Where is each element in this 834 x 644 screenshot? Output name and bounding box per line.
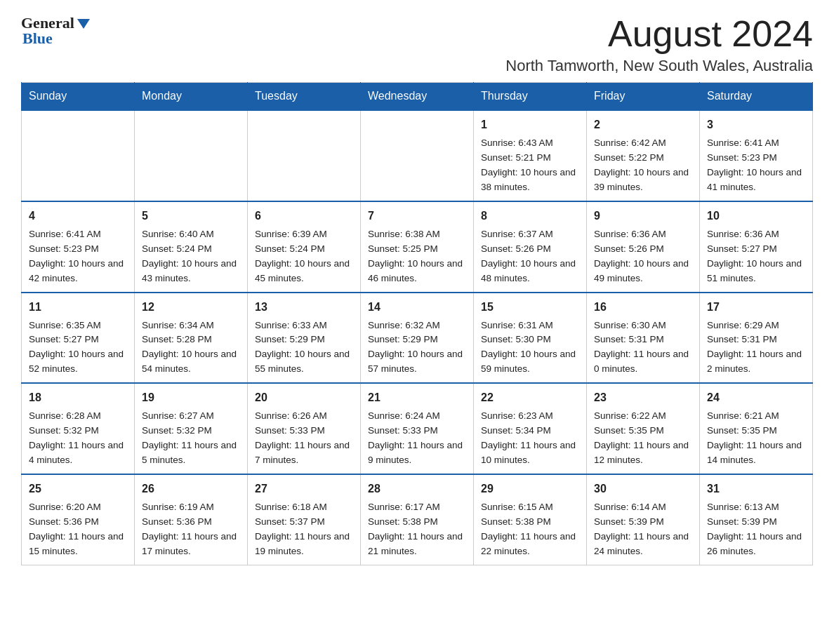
day-number: 21 [368,389,466,406]
calendar-cell [22,110,135,201]
day-info: Sunrise: 6:40 AMSunset: 5:24 PMDaylight:… [142,227,240,286]
day-number: 17 [707,299,805,316]
day-info: Sunrise: 6:36 AMSunset: 5:26 PMDaylight:… [594,227,692,286]
day-info: Sunrise: 6:41 AMSunset: 5:23 PMDaylight:… [707,136,805,195]
calendar-header-thursday: Thursday [474,83,587,111]
calendar-week-row: 11Sunrise: 6:35 AMSunset: 5:27 PMDayligh… [22,293,813,384]
day-number: 16 [594,299,692,316]
calendar-cell: 1Sunrise: 6:43 AMSunset: 5:21 PMDaylight… [474,110,587,201]
day-number: 18 [29,389,127,406]
calendar-cell: 11Sunrise: 6:35 AMSunset: 5:27 PMDayligh… [22,293,135,384]
calendar-cell: 2Sunrise: 6:42 AMSunset: 5:22 PMDaylight… [587,110,700,201]
calendar-cell: 5Sunrise: 6:40 AMSunset: 5:24 PMDaylight… [135,201,248,293]
day-number: 19 [142,389,240,406]
calendar-week-row: 4Sunrise: 6:41 AMSunset: 5:23 PMDaylight… [22,201,813,293]
calendar-cell: 26Sunrise: 6:19 AMSunset: 5:36 PMDayligh… [135,474,248,565]
calendar-cell: 7Sunrise: 6:38 AMSunset: 5:25 PMDaylight… [361,201,474,293]
calendar-header-row: SundayMondayTuesdayWednesdayThursdayFrid… [22,83,813,111]
day-info: Sunrise: 6:39 AMSunset: 5:24 PMDaylight:… [255,227,353,286]
day-number: 7 [368,208,466,224]
calendar-header-tuesday: Tuesday [248,83,361,111]
day-number: 13 [255,299,353,316]
day-info: Sunrise: 6:18 AMSunset: 5:37 PMDaylight:… [255,500,353,559]
day-info: Sunrise: 6:35 AMSunset: 5:27 PMDaylight:… [29,318,127,377]
calendar-cell: 13Sunrise: 6:33 AMSunset: 5:29 PMDayligh… [248,293,361,384]
day-info: Sunrise: 6:13 AMSunset: 5:39 PMDaylight:… [707,500,805,559]
day-number: 8 [481,208,579,224]
location-title: North Tamworth, New South Wales, Austral… [505,57,813,75]
day-info: Sunrise: 6:42 AMSunset: 5:22 PMDaylight:… [594,136,692,195]
calendar-week-row: 25Sunrise: 6:20 AMSunset: 5:36 PMDayligh… [22,474,813,565]
day-number: 28 [368,481,466,497]
calendar-cell: 23Sunrise: 6:22 AMSunset: 5:35 PMDayligh… [587,383,700,474]
day-info: Sunrise: 6:27 AMSunset: 5:32 PMDaylight:… [142,409,240,468]
day-info: Sunrise: 6:23 AMSunset: 5:34 PMDaylight:… [481,409,579,468]
day-info: Sunrise: 6:29 AMSunset: 5:31 PMDaylight:… [707,318,805,377]
day-number: 30 [594,481,692,497]
day-number: 5 [142,208,240,224]
calendar: SundayMondayTuesdayWednesdayThursdayFrid… [21,82,813,565]
calendar-week-row: 18Sunrise: 6:28 AMSunset: 5:32 PMDayligh… [22,383,813,474]
calendar-cell [135,110,248,201]
day-number: 1 [481,116,579,133]
calendar-cell: 31Sunrise: 6:13 AMSunset: 5:39 PMDayligh… [700,474,813,565]
calendar-cell: 10Sunrise: 6:36 AMSunset: 5:27 PMDayligh… [700,201,813,293]
day-number: 25 [29,481,127,497]
day-number: 20 [255,389,353,406]
day-info: Sunrise: 6:38 AMSunset: 5:25 PMDaylight:… [368,227,466,286]
day-info: Sunrise: 6:20 AMSunset: 5:36 PMDaylight:… [29,500,127,559]
month-title: August 2024 [505,14,813,54]
day-number: 11 [29,299,127,316]
calendar-header-saturday: Saturday [700,83,813,111]
day-number: 2 [594,116,692,133]
day-number: 6 [255,208,353,224]
day-info: Sunrise: 6:32 AMSunset: 5:29 PMDaylight:… [368,318,466,377]
calendar-cell: 22Sunrise: 6:23 AMSunset: 5:34 PMDayligh… [474,383,587,474]
calendar-cell: 6Sunrise: 6:39 AMSunset: 5:24 PMDaylight… [248,201,361,293]
calendar-cell: 30Sunrise: 6:14 AMSunset: 5:39 PMDayligh… [587,474,700,565]
day-number: 24 [707,389,805,406]
day-number: 10 [707,208,805,224]
calendar-cell: 21Sunrise: 6:24 AMSunset: 5:33 PMDayligh… [361,383,474,474]
calendar-cell: 27Sunrise: 6:18 AMSunset: 5:37 PMDayligh… [248,474,361,565]
day-info: Sunrise: 6:21 AMSunset: 5:35 PMDaylight:… [707,409,805,468]
logo: General Blue [21,14,90,48]
day-number: 3 [707,116,805,133]
calendar-header-monday: Monday [135,83,248,111]
calendar-cell: 8Sunrise: 6:37 AMSunset: 5:26 PMDaylight… [474,201,587,293]
calendar-cell: 25Sunrise: 6:20 AMSunset: 5:36 PMDayligh… [22,474,135,565]
day-info: Sunrise: 6:26 AMSunset: 5:33 PMDaylight:… [255,409,353,468]
day-info: Sunrise: 6:33 AMSunset: 5:29 PMDaylight:… [255,318,353,377]
day-number: 9 [594,208,692,224]
day-info: Sunrise: 6:24 AMSunset: 5:33 PMDaylight:… [368,409,466,468]
calendar-cell: 12Sunrise: 6:34 AMSunset: 5:28 PMDayligh… [135,293,248,384]
day-number: 29 [481,481,579,497]
title-block: August 2024 North Tamworth, New South Wa… [505,14,813,75]
day-info: Sunrise: 6:17 AMSunset: 5:38 PMDaylight:… [368,500,466,559]
day-number: 31 [707,481,805,497]
calendar-header-wednesday: Wednesday [361,83,474,111]
calendar-cell: 14Sunrise: 6:32 AMSunset: 5:29 PMDayligh… [361,293,474,384]
day-info: Sunrise: 6:41 AMSunset: 5:23 PMDaylight:… [29,227,127,286]
day-info: Sunrise: 6:14 AMSunset: 5:39 PMDaylight:… [594,500,692,559]
day-info: Sunrise: 6:37 AMSunset: 5:26 PMDaylight:… [481,227,579,286]
logo-blue-text: Blue [22,29,53,48]
day-number: 27 [255,481,353,497]
day-info: Sunrise: 6:31 AMSunset: 5:30 PMDaylight:… [481,318,579,377]
day-number: 12 [142,299,240,316]
day-info: Sunrise: 6:19 AMSunset: 5:36 PMDaylight:… [142,500,240,559]
calendar-header-sunday: Sunday [22,83,135,111]
day-number: 15 [481,299,579,316]
day-number: 4 [29,208,127,224]
day-number: 14 [368,299,466,316]
day-info: Sunrise: 6:22 AMSunset: 5:35 PMDaylight:… [594,409,692,468]
calendar-cell: 29Sunrise: 6:15 AMSunset: 5:38 PMDayligh… [474,474,587,565]
calendar-cell: 18Sunrise: 6:28 AMSunset: 5:32 PMDayligh… [22,383,135,474]
calendar-cell: 4Sunrise: 6:41 AMSunset: 5:23 PMDaylight… [22,201,135,293]
calendar-cell: 17Sunrise: 6:29 AMSunset: 5:31 PMDayligh… [700,293,813,384]
day-info: Sunrise: 6:28 AMSunset: 5:32 PMDaylight:… [29,409,127,468]
day-number: 26 [142,481,240,497]
day-info: Sunrise: 6:30 AMSunset: 5:31 PMDaylight:… [594,318,692,377]
calendar-cell: 20Sunrise: 6:26 AMSunset: 5:33 PMDayligh… [248,383,361,474]
day-info: Sunrise: 6:36 AMSunset: 5:27 PMDaylight:… [707,227,805,286]
